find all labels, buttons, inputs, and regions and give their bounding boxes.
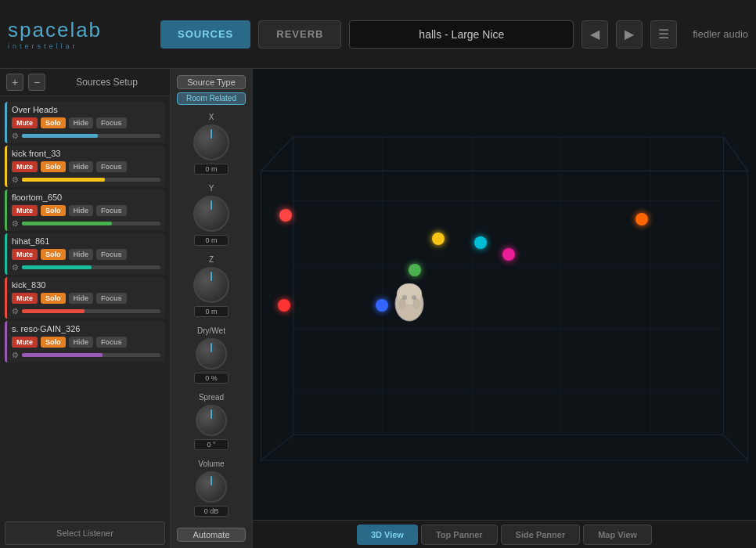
gear-icon-1[interactable]: ⚙	[12, 132, 19, 140]
solo-btn-1[interactable]: Solo	[41, 117, 66, 128]
svg-line-7	[724, 434, 748, 460]
svg-point-24	[402, 295, 407, 300]
source-controls-2: Mute Solo Hide Focus	[12, 161, 160, 172]
fader-bar-6[interactable]	[22, 353, 160, 357]
view-tab-top[interactable]: Top Panner	[421, 525, 498, 545]
next-preset-button[interactable]: ▶	[616, 20, 643, 49]
mute-btn-2[interactable]: Mute	[12, 161, 38, 172]
focus-btn-6[interactable]: Focus	[96, 337, 127, 348]
view-area[interactable]	[253, 69, 756, 520]
y-label: Y	[209, 184, 214, 193]
room-related-button[interactable]: Room Related	[177, 92, 246, 104]
source-dot-d7[interactable]	[376, 299, 388, 312]
y-knob[interactable]	[193, 196, 229, 232]
source-item-1[interactable]: Over Heads Mute Solo Hide Focus ⚙	[5, 102, 165, 143]
select-listener-button[interactable]: Select Listener	[5, 521, 165, 545]
source-dot-d2[interactable]	[432, 233, 445, 245]
sources-title: Sources Setup	[50, 77, 164, 88]
source-dot-d8[interactable]	[278, 299, 290, 312]
mute-btn-5[interactable]: Mute	[12, 293, 38, 304]
dry-wet-knob[interactable]	[196, 338, 227, 370]
automate-button[interactable]: Automate	[177, 528, 246, 542]
fader-bar-2[interactable]	[22, 178, 160, 182]
mute-btn-4[interactable]: Mute	[12, 249, 38, 260]
gear-icon-4[interactable]: ⚙	[12, 263, 19, 272]
source-item-3[interactable]: floortom_650 Mute Solo Hide Focus ⚙	[5, 189, 165, 231]
view-tab-side[interactable]: Side Panner	[501, 525, 581, 545]
source-controls-4: Mute Solo Hide Focus	[12, 249, 160, 260]
fader-bar-4[interactable]	[22, 265, 160, 269]
z-knob[interactable]	[193, 267, 229, 303]
source-dot-d1[interactable]	[279, 209, 292, 222]
menu-button[interactable]: ☰	[650, 20, 677, 49]
source-controls-5: Mute Solo Hide Focus	[12, 293, 160, 304]
source-item-5[interactable]: kick_830 Mute Solo Hide Focus ⚙	[5, 277, 165, 319]
focus-btn-5[interactable]: Focus	[96, 293, 127, 304]
volume-label: Volume	[198, 460, 224, 468]
y-control: Y 0 m	[171, 184, 252, 246]
solo-btn-2[interactable]: Solo	[41, 161, 66, 172]
dry-wet-value: 0 %	[194, 373, 229, 384]
spread-knob[interactable]	[196, 405, 227, 436]
source-type-button[interactable]: Source Type	[177, 75, 246, 89]
source-dot-d4[interactable]	[474, 236, 487, 249]
x-knob[interactable]	[193, 124, 229, 160]
mute-btn-1[interactable]: Mute	[12, 117, 38, 128]
room-related-label: Room Related	[186, 94, 236, 103]
volume-control: Volume 0 dB	[171, 460, 252, 517]
source-name-4: hihat_861	[12, 236, 160, 246]
hide-btn-1[interactable]: Hide	[69, 117, 94, 128]
left-panel: + − Sources Setup Over Heads Mute Solo H…	[0, 69, 171, 548]
topbar: spacelab interstellar SOURCES REVERB hal…	[0, 0, 756, 69]
brand-label: fiedler audio	[693, 28, 748, 40]
add-source-button[interactable]: +	[6, 74, 23, 91]
sources-list: Over Heads Mute Solo Hide Focus ⚙ kick f…	[0, 96, 170, 518]
gear-icon-3[interactable]: ⚙	[12, 219, 19, 228]
solo-btn-3[interactable]: Solo	[41, 205, 66, 216]
hide-btn-3[interactable]: Hide	[69, 205, 94, 216]
mute-btn-3[interactable]: Mute	[12, 205, 38, 216]
focus-btn-4[interactable]: Focus	[96, 249, 127, 260]
source-fader-5: ⚙	[12, 307, 160, 315]
svg-point-22	[399, 298, 405, 309]
fader-bar-3[interactable]	[22, 222, 160, 225]
source-controls-1: Mute Solo Hide Focus	[12, 117, 160, 128]
source-dot-d6[interactable]	[635, 213, 648, 225]
source-dot-d3[interactable]	[409, 264, 421, 276]
fader-bar-1[interactable]	[22, 134, 160, 138]
solo-btn-6[interactable]: Solo	[41, 337, 66, 348]
prev-preset-button[interactable]: ◀	[581, 20, 608, 49]
focus-btn-1[interactable]: Focus	[96, 117, 127, 128]
source-name-5: kick_830	[12, 280, 160, 290]
spread-label: Spread	[199, 393, 224, 402]
solo-btn-5[interactable]: Solo	[41, 293, 66, 304]
svg-line-4	[261, 137, 293, 171]
z-label: Z	[209, 255, 214, 264]
fader-bar-5[interactable]	[22, 309, 160, 313]
focus-btn-2[interactable]: Focus	[96, 161, 127, 172]
mute-btn-6[interactable]: Mute	[12, 337, 38, 348]
hide-btn-5[interactable]: Hide	[69, 293, 94, 304]
hide-btn-4[interactable]: Hide	[69, 249, 94, 260]
hide-btn-2[interactable]: Hide	[69, 161, 94, 172]
source-item-6[interactable]: s. reso·GAIN_326 Mute Solo Hide Focus ⚙	[5, 321, 165, 362]
solo-btn-4[interactable]: Solo	[41, 249, 66, 260]
gear-icon-6[interactable]: ⚙	[12, 351, 19, 359]
source-dot-d5[interactable]	[502, 248, 515, 261]
logo: spacelab interstellar	[8, 18, 153, 50]
source-item-2[interactable]: kick front_33 Mute Solo Hide Focus ⚙	[5, 146, 165, 187]
source-name-3: floortom_650	[12, 193, 160, 202]
view-tab-3d[interactable]: 3D View	[357, 525, 418, 545]
volume-knob[interactable]	[196, 471, 227, 503]
gear-icon-2[interactable]: ⚙	[12, 175, 19, 184]
remove-source-button[interactable]: −	[28, 74, 45, 91]
view-tab-map[interactable]: Map View	[583, 525, 652, 545]
hide-btn-6[interactable]: Hide	[69, 337, 94, 348]
tab-sources[interactable]: SOURCES	[160, 20, 250, 49]
tab-reverb[interactable]: REVERB	[258, 20, 341, 49]
focus-btn-3[interactable]: Focus	[96, 205, 127, 216]
volume-value: 0 dB	[194, 506, 229, 517]
gear-icon-5[interactable]: ⚙	[12, 307, 19, 315]
source-type-label: Source Type	[187, 78, 236, 87]
source-item-4[interactable]: hihat_861 Mute Solo Hide Focus ⚙	[5, 233, 165, 275]
